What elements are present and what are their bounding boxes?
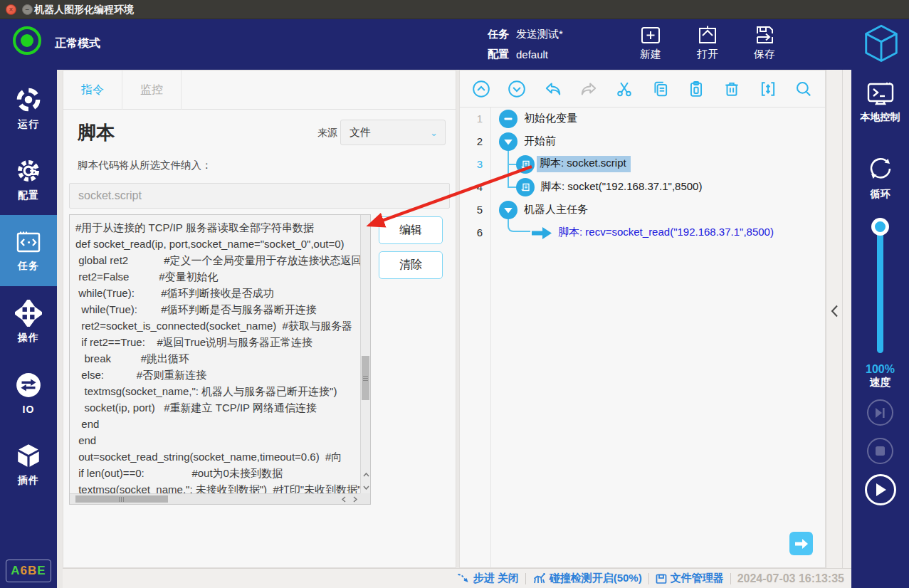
window-close-button[interactable]: × xyxy=(6,4,16,15)
loop-icon xyxy=(851,154,909,184)
stop-button[interactable] xyxy=(851,438,909,464)
clock-text: 2024-07-03 16:13:35 xyxy=(737,572,844,585)
row-number: 5 xyxy=(460,204,483,216)
source-select[interactable]: 文件 ⌄ xyxy=(340,120,446,145)
script-node-icon[interactable] xyxy=(516,155,535,174)
code-line: end xyxy=(75,416,359,432)
config-label: 配置 xyxy=(488,48,509,61)
vertical-scrollbar[interactable] xyxy=(360,215,370,493)
tree-row-label[interactable]: 脚本: recv=socket_read("192.168.37.1",8500… xyxy=(558,226,774,239)
collapse-panel-button[interactable] xyxy=(831,305,839,317)
sidebar-item-operate[interactable]: 操作 xyxy=(0,286,57,357)
tree-row-label[interactable]: 机器人主任务 xyxy=(524,203,588,216)
jump-to-line-button[interactable] xyxy=(789,532,813,555)
row-number: 2 xyxy=(460,135,483,147)
move-up-icon[interactable] xyxy=(471,79,491,99)
code-line: else: #否则重新连接 xyxy=(75,367,359,383)
collision-status[interactable]: 碰撞检测开启(50%) xyxy=(532,572,642,585)
task-config-info: 任务 发送测试* 配置 default xyxy=(488,24,563,64)
tree-row-label[interactable]: 初始化变量 xyxy=(524,112,577,125)
speed-slider-track[interactable] xyxy=(877,225,883,353)
code-line: ret2=socket_is_connected(socket_name) #获… xyxy=(75,317,359,334)
script-node-icon[interactable] xyxy=(516,178,535,196)
tab-instruction[interactable]: 指令 xyxy=(63,70,122,110)
code-line: def socket_read(ip, port,socket_name="so… xyxy=(75,236,359,252)
play-button[interactable] xyxy=(851,474,909,505)
tree-row[interactable]: 2 开始前 xyxy=(460,130,825,153)
script-file-field[interactable]: socket.script xyxy=(69,183,450,209)
row-number: 1 xyxy=(460,112,483,125)
sidebar-item-label: 配置 xyxy=(18,189,39,202)
file-manager-text: 文件管理器 xyxy=(671,572,724,585)
tree-row-label[interactable]: 开始前 xyxy=(524,135,556,148)
scroll-down-button[interactable] xyxy=(361,481,371,493)
step-mode-status[interactable]: 步进 关闭 xyxy=(457,572,518,585)
app-header: 正常模式 任务 发送测试* 配置 default 新建 打开 xyxy=(0,19,909,70)
window-title: 机器人图形化编程环境 xyxy=(34,0,134,19)
code-line: if ret2==True: #返回True说明与服务器正常连接 xyxy=(75,334,359,350)
row-number: 6 xyxy=(460,226,483,238)
expand-node-icon[interactable] xyxy=(499,132,517,151)
window-minimize-button[interactable]: − xyxy=(22,4,33,15)
new-icon xyxy=(629,23,672,46)
local-control-button[interactable]: 本地控制 xyxy=(851,81,909,124)
tree-row-label[interactable]: 脚本: socket.script xyxy=(537,156,631,172)
sidebar-item-run[interactable]: 运行 xyxy=(0,73,57,144)
io-arrows-icon xyxy=(15,372,42,399)
code-content: #用于从连接的 TCP/IP 服务器读取全部字符串数据def socket_re… xyxy=(70,215,360,493)
code-line: textmsg(socket_name,": 未接收到数据") #打印"未收到数… xyxy=(75,481,359,493)
code-line: ret2=False #变量初始化 xyxy=(75,268,359,285)
status-divider xyxy=(525,573,526,584)
delete-icon[interactable] xyxy=(722,79,742,99)
scroll-up-button[interactable] xyxy=(361,468,371,481)
scroll-right-button[interactable] xyxy=(350,494,360,505)
step-next-button[interactable] xyxy=(851,399,909,426)
horizontal-scrollbar-thumb[interactable] xyxy=(75,495,168,503)
expand-node-icon[interactable] xyxy=(499,201,517,219)
loop-button[interactable]: 循环 xyxy=(851,154,909,201)
titlebar: × − 机器人图形化编程环境 xyxy=(0,0,909,19)
speed-slider-thumb[interactable] xyxy=(871,218,889,236)
task-label: 任务 xyxy=(488,28,509,41)
horizontal-scrollbar[interactable] xyxy=(70,493,360,504)
new-button[interactable]: 新建 xyxy=(629,23,672,61)
sidebar-item-io[interactable]: IO xyxy=(0,357,57,429)
sidebar-item-task[interactable]: 任务 xyxy=(0,215,57,286)
sidebar-item-label: 运行 xyxy=(18,118,39,131)
sidebar-item-config[interactable]: 配置 xyxy=(0,144,57,215)
insert-icon[interactable] xyxy=(758,79,778,99)
move-down-icon[interactable] xyxy=(507,79,527,99)
undo-icon[interactable] xyxy=(543,79,563,99)
open-icon xyxy=(686,23,729,46)
file-manager-button[interactable]: 文件管理器 xyxy=(656,572,724,585)
script-panel: 指令 监控 脚本 来源 文件 ⌄ 脚本代码将从所选文件纳入： socket.sc… xyxy=(63,70,456,568)
tab-monitor[interactable]: 监控 xyxy=(122,70,182,110)
tree-row-label[interactable]: 脚本: socket("192.168.37.1",8500) xyxy=(540,180,702,194)
cut-icon[interactable] xyxy=(614,79,634,99)
script-code-viewer: #用于从连接的 TCP/IP 服务器读取全部字符串数据def socket_re… xyxy=(69,214,371,505)
scroll-left-button[interactable] xyxy=(338,494,349,505)
step-icon xyxy=(457,573,469,584)
task-value: 发送测试* xyxy=(516,28,563,41)
open-button[interactable]: 打开 xyxy=(686,23,729,61)
redo-icon[interactable] xyxy=(579,79,599,99)
vertical-scrollbar-thumb[interactable] xyxy=(362,356,369,400)
run-icon xyxy=(15,86,42,113)
clear-button[interactable]: 清除 xyxy=(379,251,443,279)
tree-row[interactable]: 1 初始化变量 xyxy=(460,107,825,130)
init-vars-node-icon[interactable] xyxy=(499,110,517,128)
sidebar-item-plugin[interactable]: 插件 xyxy=(0,429,57,500)
tab-strip: 指令 监控 xyxy=(63,70,456,110)
code-line: #用于从连接的 TCP/IP 服务器读取全部字符串数据 xyxy=(75,219,359,236)
move-arrows-icon xyxy=(15,300,42,327)
new-button-label: 新建 xyxy=(629,48,672,61)
search-icon[interactable] xyxy=(794,79,814,99)
robot-id-badge[interactable]: A6BE xyxy=(6,560,51,582)
step-mode-text: 步进 关闭 xyxy=(473,572,518,585)
terminal-icon xyxy=(851,81,909,107)
edit-button[interactable]: 编辑 xyxy=(379,216,443,244)
paste-icon[interactable] xyxy=(686,79,706,99)
save-button[interactable]: 保存 xyxy=(743,23,786,61)
panel-collapse-strip xyxy=(826,70,851,568)
copy-icon[interactable] xyxy=(651,79,671,99)
